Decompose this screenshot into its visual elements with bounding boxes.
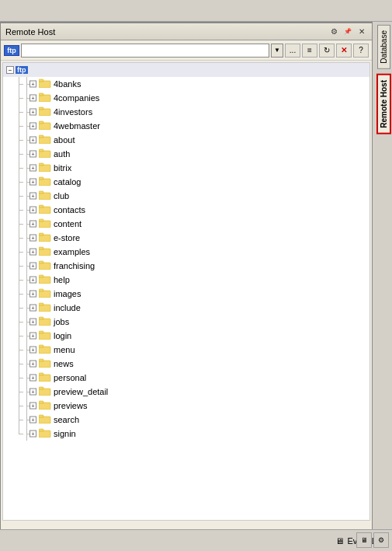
list-item[interactable]: + jobs [3, 315, 369, 329]
expand-icon[interactable]: + [29, 123, 36, 130]
list-item[interactable]: + examples [3, 245, 369, 259]
folder-icon [39, 427, 51, 440]
expand-icon[interactable]: + [29, 81, 36, 88]
expand-icon[interactable]: + [29, 319, 36, 326]
expand-icon[interactable]: + [29, 347, 36, 354]
filter-button[interactable]: ≡ [302, 44, 317, 58]
expand-icon[interactable]: + [29, 235, 36, 242]
expand-icon[interactable]: + [29, 249, 36, 256]
expand-icon[interactable]: + [29, 431, 36, 438]
list-item[interactable]: + help [3, 273, 369, 287]
expand-icon[interactable]: + [29, 165, 36, 172]
list-item[interactable]: + 4banks [3, 77, 369, 91]
remote-host-tab[interactable]: Remote Host [376, 74, 391, 134]
expand-icon[interactable]: + [29, 263, 36, 270]
svg-rect-18 [39, 207, 50, 214]
dots-button[interactable]: ... [285, 44, 300, 58]
list-item[interactable]: + login [3, 329, 369, 343]
list-item[interactable]: + images [3, 287, 369, 301]
svg-rect-19 [39, 205, 43, 207]
svg-rect-47 [39, 401, 43, 403]
list-item[interactable]: + catalog [3, 175, 369, 189]
expand-icon[interactable]: + [29, 109, 36, 116]
expand-icon[interactable]: + [29, 179, 36, 186]
expand-icon[interactable]: + [29, 333, 36, 340]
svg-rect-35 [39, 317, 43, 319]
pin-icon[interactable]: 📌 [342, 26, 353, 37]
expand-icon[interactable]: + [29, 95, 36, 102]
tree-root-row[interactable]: − ftp [3, 63, 369, 77]
expand-icon[interactable]: + [29, 361, 36, 368]
list-item[interactable]: + content [3, 217, 369, 231]
svg-rect-46 [39, 403, 50, 410]
panel-header: Remote Host ⚙ 📌 ✕ [1, 23, 372, 40]
list-item[interactable]: + search [3, 413, 369, 427]
path-input[interactable] [21, 44, 269, 58]
expand-icon[interactable]: + [29, 207, 36, 214]
svg-rect-6 [39, 123, 50, 130]
folder-icon [39, 316, 51, 328]
folder-name: about [54, 135, 75, 145]
expand-icon[interactable]: + [29, 277, 36, 284]
expand-icon[interactable]: + [29, 291, 36, 298]
expand-icon[interactable]: + [29, 221, 36, 228]
remote-host-panel: Remote Host ⚙ 📌 ✕ ftp ▼ ... ≡ ↻ ✕ ? − [0, 22, 373, 539]
bottom-monitor-button[interactable]: 🖥 [356, 532, 372, 548]
expand-icon[interactable]: + [29, 305, 36, 312]
list-item[interactable]: + contacts [3, 203, 369, 217]
list-item[interactable]: + auth [3, 147, 369, 161]
bottom-icons: 🖥 ⚙ [356, 529, 392, 551]
folder-name: images [54, 289, 81, 298]
expand-icon[interactable]: + [29, 137, 36, 144]
svg-rect-38 [39, 347, 50, 354]
list-item[interactable]: + 4webmaster [3, 119, 369, 133]
list-item[interactable]: + personal [3, 371, 369, 385]
panel-title: Remote Host [5, 27, 55, 37]
list-item[interactable]: + menu [3, 343, 369, 357]
svg-rect-26 [39, 263, 50, 270]
list-item[interactable]: + news [3, 357, 369, 371]
help-button[interactable]: ? [353, 44, 369, 58]
svg-rect-15 [39, 177, 43, 180]
list-item[interactable]: + club [3, 189, 369, 203]
list-item[interactable]: + include [3, 301, 369, 315]
list-item[interactable]: + 4companies [3, 91, 369, 105]
svg-rect-17 [39, 191, 43, 194]
svg-rect-49 [39, 415, 43, 417]
list-item[interactable]: + signin [3, 427, 369, 441]
toolbar: ftp ▼ ... ≡ ↻ ✕ ? [1, 40, 372, 61]
root-expand-icon[interactable]: − [6, 66, 14, 74]
svg-rect-3 [39, 93, 43, 96]
expand-icon[interactable]: + [29, 375, 36, 382]
bottom-gear-button[interactable]: ⚙ [373, 532, 389, 548]
list-item[interactable]: + franchising [3, 259, 369, 273]
list-item[interactable]: + bitrix [3, 161, 369, 175]
expand-icon[interactable]: + [29, 193, 36, 200]
tree-items-container: + 4banks + 4companies [3, 77, 369, 441]
gear-icon[interactable]: ⚙ [328, 26, 339, 37]
expand-icon[interactable]: + [29, 403, 36, 410]
list-item[interactable]: + about [3, 133, 369, 147]
refresh-button[interactable]: ↻ [319, 44, 335, 58]
dropdown-button[interactable]: ▼ [271, 44, 283, 58]
list-item[interactable]: + 4investors [3, 105, 369, 119]
cancel-button[interactable]: ✕ [336, 44, 352, 58]
expand-icon[interactable]: + [29, 389, 36, 396]
folder-name: club [54, 191, 69, 201]
folder-icon [39, 176, 51, 188]
list-item[interactable]: + previews [3, 399, 369, 413]
svg-rect-50 [39, 431, 50, 438]
svg-rect-31 [39, 289, 43, 291]
svg-rect-36 [39, 333, 50, 340]
svg-rect-20 [39, 221, 50, 228]
expand-icon[interactable]: + [29, 417, 36, 424]
list-item[interactable]: + e-store [3, 231, 369, 245]
svg-rect-27 [39, 261, 43, 263]
list-item[interactable]: + preview_detail [3, 385, 369, 399]
expand-icon[interactable]: + [29, 151, 36, 158]
database-tab[interactable]: Database [377, 25, 390, 69]
ftp-badge: ftp [4, 45, 19, 56]
folder-icon [39, 218, 51, 230]
tree-area[interactable]: − ftp + 4banks [2, 62, 370, 521]
close-icon[interactable]: ✕ [356, 26, 367, 37]
